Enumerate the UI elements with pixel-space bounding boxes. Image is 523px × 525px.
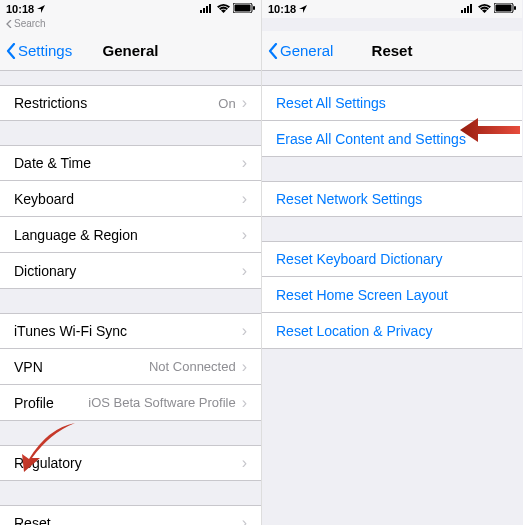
row-label: Reset Location & Privacy — [276, 323, 508, 339]
row-dictionary[interactable]: Dictionary › — [0, 253, 261, 289]
row-label: Reset Network Settings — [276, 191, 508, 207]
row-vpn[interactable]: VPN Not Connected › — [0, 349, 261, 385]
reset-list: Reset All Settings Erase All Content and… — [262, 71, 522, 525]
row-language-region[interactable]: Language & Region › — [0, 217, 261, 253]
back-label: Settings — [18, 42, 72, 59]
location-icon — [37, 3, 45, 15]
row-reset-all-settings[interactable]: Reset All Settings — [262, 85, 522, 121]
row-label: iTunes Wi-Fi Sync — [14, 323, 242, 339]
row-reset-network[interactable]: Reset Network Settings — [262, 181, 522, 217]
chevron-right-icon: › — [242, 155, 247, 171]
signal-icon — [200, 3, 214, 15]
row-label: Dictionary — [14, 263, 242, 279]
row-regulatory[interactable]: Regulatory › — [0, 445, 261, 481]
row-reset-keyboard-dict[interactable]: Reset Keyboard Dictionary — [262, 241, 522, 277]
wifi-icon — [217, 3, 230, 15]
screen-reset: 10:18 . General Reset — [261, 0, 522, 525]
status-time: 10:18 — [6, 3, 34, 15]
row-label: Restrictions — [14, 95, 218, 111]
chevron-right-icon: › — [242, 515, 247, 525]
svg-rect-5 — [235, 5, 251, 12]
wifi-icon — [478, 3, 491, 15]
battery-icon — [494, 3, 516, 15]
chevron-right-icon: › — [242, 323, 247, 339]
svg-rect-2 — [206, 6, 208, 13]
svg-rect-12 — [496, 5, 512, 12]
row-label: Reset Home Screen Layout — [276, 287, 508, 303]
svg-rect-1 — [203, 8, 205, 13]
svg-rect-13 — [514, 6, 516, 10]
row-itunes-wifi-sync[interactable]: iTunes Wi-Fi Sync › — [0, 313, 261, 349]
settings-list: Restrictions On › Date & Time › Keyboard… — [0, 71, 261, 525]
row-date-time[interactable]: Date & Time › — [0, 145, 261, 181]
back-to-search[interactable]: Search — [0, 18, 261, 31]
location-icon — [299, 3, 307, 15]
chevron-right-icon: › — [242, 395, 247, 411]
svg-rect-6 — [253, 6, 255, 10]
row-label: Erase All Content and Settings — [276, 131, 508, 147]
search-label: Search — [14, 18, 46, 29]
back-label: General — [280, 42, 333, 59]
row-label: Reset All Settings — [276, 95, 508, 111]
chevron-right-icon: › — [242, 227, 247, 243]
row-value: iOS Beta Software Profile — [88, 395, 235, 410]
row-value: On — [218, 96, 235, 111]
status-bar: 10:18 — [262, 0, 522, 18]
row-label: Reset Keyboard Dictionary — [276, 251, 508, 267]
back-button[interactable]: General — [268, 42, 333, 59]
svg-rect-7 — [461, 10, 463, 13]
nav-bar: Settings General — [0, 31, 261, 71]
status-time: 10:18 — [268, 3, 296, 15]
screen-general: 10:18 Search Settings General — [0, 0, 261, 525]
svg-rect-8 — [464, 8, 466, 13]
row-value: Not Connected — [149, 359, 236, 374]
page-title: General — [103, 42, 159, 59]
row-label: Date & Time — [14, 155, 242, 171]
chevron-right-icon: › — [242, 95, 247, 111]
row-keyboard[interactable]: Keyboard › — [0, 181, 261, 217]
svg-rect-0 — [200, 10, 202, 13]
row-label: Reset — [14, 515, 242, 525]
chevron-right-icon: › — [242, 263, 247, 279]
row-label: Language & Region — [14, 227, 242, 243]
signal-icon — [461, 3, 475, 15]
page-title: Reset — [372, 42, 413, 59]
row-reset-home-layout[interactable]: Reset Home Screen Layout — [262, 277, 522, 313]
row-reset-location-privacy[interactable]: Reset Location & Privacy — [262, 313, 522, 349]
nav-bar: General Reset — [262, 31, 522, 71]
chevron-left-icon — [6, 43, 16, 59]
back-button[interactable]: Settings — [6, 42, 72, 59]
chevron-right-icon: › — [242, 191, 247, 207]
row-label: Regulatory — [14, 455, 242, 471]
row-erase-all-content[interactable]: Erase All Content and Settings — [262, 121, 522, 157]
status-bar: 10:18 — [0, 0, 261, 18]
row-label: Profile — [14, 395, 88, 411]
row-profile[interactable]: Profile iOS Beta Software Profile › — [0, 385, 261, 421]
row-label: VPN — [14, 359, 149, 375]
chevron-right-icon: › — [242, 359, 247, 375]
svg-rect-3 — [209, 4, 211, 13]
battery-icon — [233, 3, 255, 15]
row-label: Keyboard — [14, 191, 242, 207]
row-restrictions[interactable]: Restrictions On › — [0, 85, 261, 121]
row-reset[interactable]: Reset › — [0, 505, 261, 525]
chevron-left-icon — [268, 43, 278, 59]
svg-rect-10 — [470, 4, 472, 13]
chevron-right-icon: › — [242, 455, 247, 471]
svg-rect-9 — [467, 6, 469, 13]
